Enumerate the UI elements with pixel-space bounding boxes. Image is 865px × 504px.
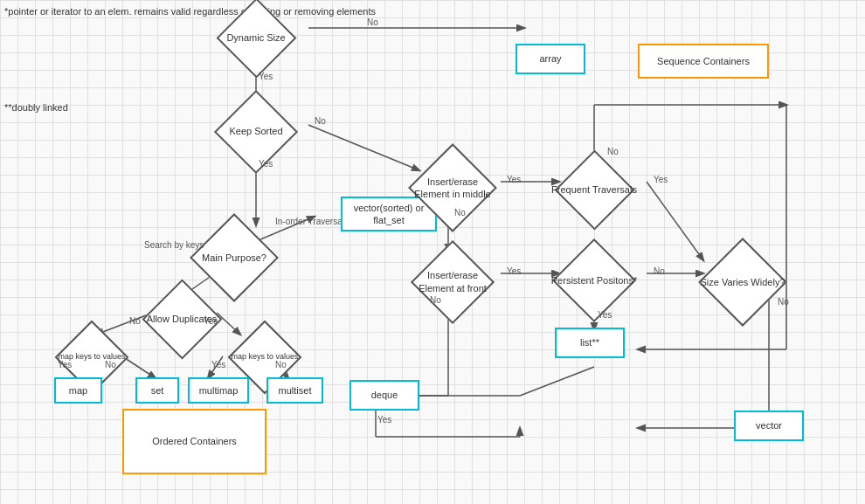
label-keep-sorted-no: No (315, 116, 326, 126)
label-iem-yes: Yes (507, 175, 521, 184)
label-pp-yes: Yes (598, 310, 612, 320)
svg-line-8 (647, 182, 703, 260)
label-deque-yes: Yes (377, 415, 391, 425)
vector-node: vector (734, 411, 804, 441)
insert-erase-front-node: Insert/erase Element at front (409, 249, 496, 314)
label-ad-no: No (129, 316, 141, 326)
label-ief-no: No (430, 295, 441, 305)
label-sv-no: No (778, 297, 789, 307)
label-mkv2-yes: Yes (211, 360, 225, 369)
label-iem-no: No (454, 208, 466, 217)
list-node: list** (555, 328, 625, 358)
size-varies-node: Size Varies Widely? (699, 247, 786, 317)
label-search-by-keys: Search by keys (144, 240, 204, 250)
label-inorder: In-order Traversal (275, 217, 344, 226)
label-keep-sorted-yes: Yes (259, 159, 273, 169)
label-pp-no: No (654, 266, 665, 276)
svg-line-3 (308, 125, 419, 170)
dynamic-size-node: Dynamic Size (217, 7, 295, 68)
insert-erase-middle-node: Insert/erase Element in middle (409, 153, 496, 223)
keep-sorted-node: Keep Sorted (217, 99, 295, 164)
allow-duplicates-node: Allow Duplicates (142, 287, 221, 352)
multiset-node: multiset (266, 377, 323, 404)
set-node: set (135, 377, 179, 404)
persistent-positions-node: Persistent Positons* (550, 249, 638, 312)
label-ief-yes: Yes (507, 266, 521, 276)
label-ft-yes: Yes (654, 175, 668, 184)
deque-node: deque (349, 380, 419, 411)
label-ft-no: No (607, 147, 619, 156)
flowchart-canvas: *pointer or iterator to an elem. remains… (0, 0, 865, 504)
frequent-traversals-node: Frequent Traversals (550, 160, 638, 219)
annotation-pointer: *pointer or iterator to an elem. remains… (4, 4, 376, 19)
array-node: array (516, 44, 585, 74)
map-node: map (54, 377, 102, 404)
multimap-node: multimap (188, 377, 249, 404)
main-purpose-node: Main Purpose? (190, 223, 278, 293)
ordered-containers-node: Ordered Containers (122, 409, 266, 474)
label-dynamic-no: No (367, 17, 378, 27)
svg-line-20 (520, 367, 594, 396)
annotation-doubly: **doubly linked (4, 100, 68, 115)
label-dynamic-yes: Yes (259, 72, 273, 81)
sequence-containers-node: Sequence Containers (638, 44, 769, 79)
